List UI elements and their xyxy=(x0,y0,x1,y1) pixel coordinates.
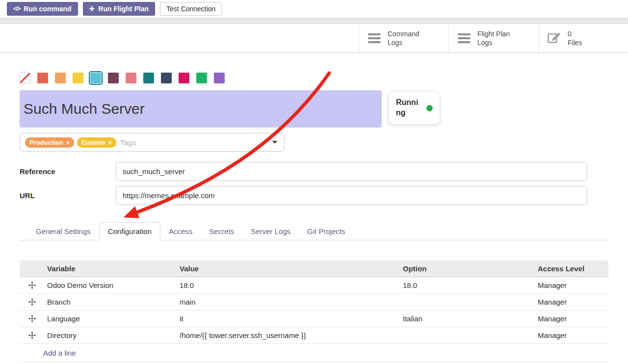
flight-plan-logs-stat-button[interactable]: Flight Plan Logs xyxy=(448,24,538,52)
color-swatches xyxy=(20,73,608,83)
cell-access-level[interactable]: Manager xyxy=(538,294,608,311)
header-band: Command Logs Flight Plan Logs 0 Files xyxy=(0,24,628,53)
server-form: Such Much Server Running Production × Cu… xyxy=(0,73,628,363)
handle-column-header xyxy=(20,260,47,277)
color-swatch[interactable] xyxy=(179,73,189,83)
variables-table: Variable Value Option Access Level Odoo … xyxy=(20,260,608,363)
tags-field[interactable]: Production × Custom × Tags xyxy=(20,133,285,152)
run-command-label: Run command xyxy=(24,5,71,13)
tab-secrets[interactable]: Secrets xyxy=(201,223,242,240)
cell-option[interactable]: Italian xyxy=(403,311,538,327)
tag-pill[interactable]: Custom × xyxy=(77,137,116,148)
color-swatch[interactable] xyxy=(214,73,225,83)
add-line-row: Add a line xyxy=(20,344,608,363)
chevron-down-icon[interactable] xyxy=(272,141,277,144)
table-header-row: Variable Value Option Access Level xyxy=(20,260,608,277)
remove-tag-icon[interactable]: × xyxy=(66,139,70,146)
remove-tag-icon[interactable]: × xyxy=(108,139,112,146)
cell-option[interactable] xyxy=(403,294,538,311)
cell-value[interactable]: main xyxy=(180,294,403,311)
flight-plan-logs-label: Flight Plan Logs xyxy=(477,29,510,47)
test-connection-button[interactable]: Test Connection xyxy=(160,2,222,16)
drag-handle-icon[interactable] xyxy=(20,294,47,311)
cell-access-level[interactable]: Manager xyxy=(538,277,608,294)
swatch-no-color[interactable] xyxy=(20,73,30,83)
status-dot-green xyxy=(426,105,433,111)
column-header[interactable]: Value xyxy=(180,260,403,277)
column-header[interactable]: Option xyxy=(403,260,538,277)
command-logs-stat-button[interactable]: Command Logs xyxy=(359,24,448,52)
color-swatch[interactable] xyxy=(108,73,119,83)
color-swatch[interactable] xyxy=(161,73,172,83)
files-label: 0 Files xyxy=(568,29,582,47)
cell-access-level[interactable]: Manager xyxy=(538,327,608,344)
server-name-field[interactable]: Such Much Server xyxy=(20,90,382,128)
url-row: URL xyxy=(20,186,608,205)
breadcrumb-strip xyxy=(0,18,628,24)
status-card: Running xyxy=(389,91,440,125)
tab-access[interactable]: Access xyxy=(160,223,201,240)
table-row[interactable]: Language it Italian Manager xyxy=(20,311,608,327)
cell-value[interactable]: it xyxy=(180,311,403,327)
cell-value[interactable]: 18.0 xyxy=(180,277,403,294)
drag-handle-icon[interactable] xyxy=(20,311,47,327)
reference-input[interactable] xyxy=(116,162,587,181)
tag-label: Production xyxy=(29,139,63,146)
tag-label: Custom xyxy=(81,139,105,146)
table-row[interactable]: Odoo Demo Version 18.0 18.0 Manager xyxy=(20,277,608,294)
column-header[interactable]: Access Level xyxy=(538,260,608,277)
notebook-tabs: General Settings Configuration Access Se… xyxy=(20,222,608,240)
color-swatch[interactable] xyxy=(143,73,154,83)
reference-row: Reference xyxy=(20,162,608,181)
drag-handle-icon[interactable] xyxy=(20,277,47,294)
tab-general-settings[interactable]: General Settings xyxy=(27,223,99,240)
cell-variable[interactable]: Odoo Demo Version xyxy=(47,277,180,294)
command-logs-label: Command Logs xyxy=(388,29,419,47)
color-swatch[interactable] xyxy=(55,73,66,83)
files-stat-button[interactable]: 0 Files xyxy=(538,24,628,52)
tab-server-logs[interactable]: Server Logs xyxy=(242,223,299,240)
run-flight-plan-label: Run Flight Plan xyxy=(98,5,149,13)
title-row: Such Much Server Running xyxy=(20,90,608,128)
tab-configuration[interactable]: Configuration xyxy=(99,222,160,240)
tab-git-projects[interactable]: Git Projects xyxy=(299,223,354,240)
edit-icon xyxy=(548,31,561,46)
table-row[interactable]: Branch main Manager xyxy=(20,294,608,311)
table-row[interactable]: Directory /home/{{ tower.server.ssh_user… xyxy=(20,327,608,344)
cell-access-level[interactable]: Manager xyxy=(538,311,608,327)
tag-pill[interactable]: Production × xyxy=(25,137,74,148)
cell-option[interactable]: 18.0 xyxy=(403,277,538,294)
color-swatch[interactable] xyxy=(90,73,101,83)
status-label: Running xyxy=(396,98,421,118)
color-swatch[interactable] xyxy=(126,73,136,83)
color-swatch[interactable] xyxy=(37,73,48,83)
cell-value[interactable]: /home/{{ tower.server.ssh_username }} xyxy=(180,327,403,344)
menu-icon xyxy=(458,33,471,43)
plane-icon: ✈ xyxy=(89,5,95,13)
menu-icon xyxy=(368,33,381,43)
cell-variable[interactable]: Branch xyxy=(47,294,180,311)
server-name: Such Much Server xyxy=(24,101,145,117)
color-swatch[interactable] xyxy=(196,73,207,83)
top-toolbar: </> Run command ✈ Run Flight Plan Test C… xyxy=(0,0,628,18)
code-icon: </> xyxy=(13,5,20,12)
cell-variable[interactable]: Language xyxy=(47,311,180,327)
cell-variable[interactable]: Directory xyxy=(47,327,180,344)
run-command-button[interactable]: </> Run command xyxy=(7,2,78,16)
column-header[interactable]: Variable xyxy=(47,260,180,277)
run-flight-plan-button[interactable]: ✈ Run Flight Plan xyxy=(83,2,155,16)
url-input[interactable] xyxy=(116,186,587,205)
tags-placeholder: Tags xyxy=(120,138,136,147)
url-label: URL xyxy=(20,191,116,200)
reference-label: Reference xyxy=(20,167,116,176)
cell-option[interactable] xyxy=(403,327,538,344)
add-a-line-link[interactable]: Add a line xyxy=(43,349,76,357)
drag-handle-icon[interactable] xyxy=(20,327,47,344)
test-connection-label: Test Connection xyxy=(166,5,215,13)
color-swatch[interactable] xyxy=(73,73,83,83)
